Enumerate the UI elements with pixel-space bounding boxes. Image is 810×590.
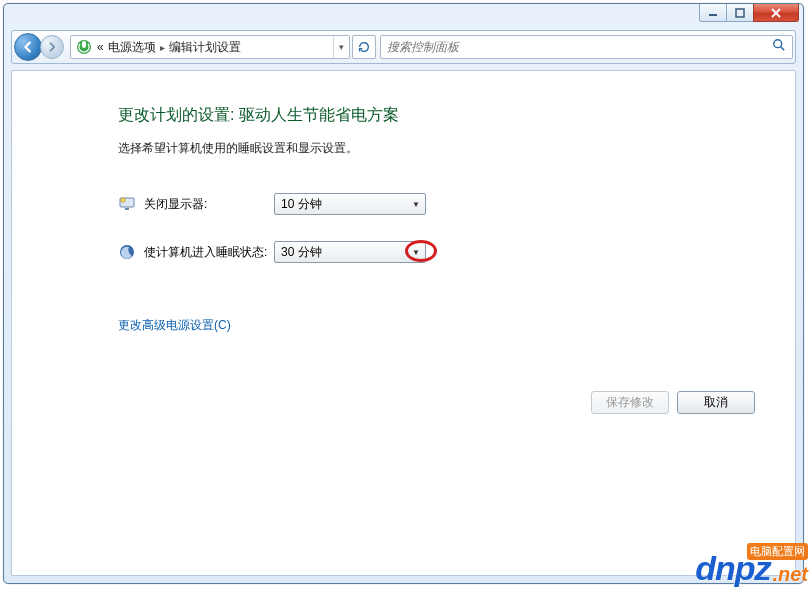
close-icon xyxy=(771,8,781,18)
chevron-down-icon: ▼ xyxy=(407,242,425,262)
content-pane: 更改计划的设置: 驱动人生节能省电方案 选择希望计算机使用的睡眠设置和显示设置。… xyxy=(11,70,796,576)
search-icon[interactable] xyxy=(772,38,786,56)
svg-line-7 xyxy=(781,47,785,51)
row-display-off: 关闭显示器: 10 分钟 ▼ xyxy=(118,193,775,215)
save-button: 保存修改 xyxy=(591,391,669,414)
monitor-icon xyxy=(118,195,136,213)
button-row: 保存修改 取消 xyxy=(591,391,755,414)
control-panel-window: « 电源选项 编辑计划设置 ▾ 更改计划的设置: 驱动人生节能省电方案 选择希望… xyxy=(3,3,804,584)
watermark-tag: 电脑配置网 xyxy=(747,543,808,560)
advanced-power-settings-link[interactable]: 更改高级电源设置(C) xyxy=(118,317,231,334)
svg-point-10 xyxy=(121,198,125,202)
display-off-value: 10 分钟 xyxy=(281,196,322,213)
cancel-button[interactable]: 取消 xyxy=(677,391,755,414)
page-title: 更改计划的设置: 驱动人生节能省电方案 xyxy=(118,105,775,126)
breadcrumb-dropdown-icon[interactable]: ▾ xyxy=(333,36,349,58)
svg-rect-9 xyxy=(125,208,129,210)
arrow-left-icon xyxy=(21,40,35,54)
power-options-icon xyxy=(75,38,93,56)
minimize-button[interactable] xyxy=(699,4,727,22)
svg-rect-5 xyxy=(82,41,86,48)
row-sleep: 使计算机进入睡眠状态: 30 分钟 ▼ xyxy=(118,241,775,263)
address-breadcrumb[interactable]: « 电源选项 编辑计划设置 ▾ xyxy=(70,35,350,59)
svg-point-6 xyxy=(774,40,782,48)
forward-button[interactable] xyxy=(40,35,64,59)
window-titlebar xyxy=(4,4,803,30)
arrow-right-icon xyxy=(46,41,58,53)
page-title-prefix: 更改计划的设置: xyxy=(118,106,239,123)
breadcrumb-prefix: « xyxy=(97,40,104,54)
refresh-button[interactable] xyxy=(352,35,376,59)
maximize-button[interactable] xyxy=(726,4,754,22)
breadcrumb-current: 编辑计划设置 xyxy=(169,39,241,56)
sleep-label: 使计算机进入睡眠状态: xyxy=(144,244,274,261)
svg-rect-1 xyxy=(736,9,744,17)
nav-buttons xyxy=(14,33,64,61)
page-subtitle: 选择希望计算机使用的睡眠设置和显示设置。 xyxy=(118,140,775,157)
minimize-icon xyxy=(708,8,718,18)
watermark: 电脑配置网 dnpz .net xyxy=(695,549,808,588)
breadcrumb-separator-icon xyxy=(156,40,169,54)
moon-icon xyxy=(118,243,136,261)
breadcrumb-parent[interactable]: 电源选项 xyxy=(108,39,156,56)
watermark-net: .net xyxy=(772,563,808,586)
sleep-value: 30 分钟 xyxy=(281,244,322,261)
refresh-icon xyxy=(357,40,371,54)
maximize-icon xyxy=(735,8,745,18)
search-box[interactable] xyxy=(380,35,793,59)
chevron-down-icon: ▼ xyxy=(407,194,425,214)
close-button[interactable] xyxy=(753,4,799,22)
navigation-toolbar: « 电源选项 编辑计划设置 ▾ xyxy=(11,30,796,64)
display-off-label: 关闭显示器: xyxy=(144,196,274,213)
display-off-combo[interactable]: 10 分钟 ▼ xyxy=(274,193,426,215)
sleep-combo[interactable]: 30 分钟 ▼ xyxy=(274,241,426,263)
plan-name: 驱动人生节能省电方案 xyxy=(239,106,399,123)
search-input[interactable] xyxy=(387,40,772,54)
back-button[interactable] xyxy=(14,33,42,61)
